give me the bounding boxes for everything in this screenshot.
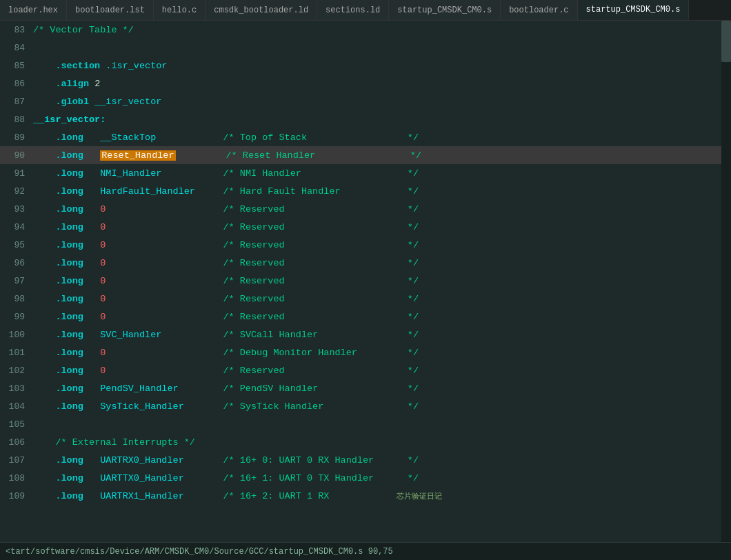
tab-sections-ld[interactable]: sections.ld: [317, 0, 389, 20]
table-row: 89 .long __StackTop /* Top of Stack */: [0, 128, 731, 146]
table-row: 100 .long SVC_Handler /* SVCall Handler …: [0, 326, 731, 343]
tab-hello-c[interactable]: hello.c: [154, 0, 206, 20]
table-row: 98 .long 0 /* Reserved */: [0, 290, 731, 308]
table-row: 91 .long NMI_Handler /* NMI Handler */: [0, 164, 731, 182]
table-row: 107 .long UARTRX0_Handler /* 16+ 0: UART…: [0, 451, 731, 469]
table-row: 84: [0, 39, 731, 57]
table-row: 96 .long 0 /* Reserved */: [0, 254, 731, 272]
table-row: 86 .align 2: [0, 74, 731, 92]
table-row: 99 .long 0 /* Reserved */: [0, 308, 731, 326]
table-row: 95 .long 0 /* Reserved */: [0, 236, 731, 254]
code-editor: 83 /* Vector Table */ 84 85 .section .is…: [0, 21, 731, 542]
table-row: 94 .long 0 /* Reserved */: [0, 218, 731, 236]
table-row: 85 .section .isr_vector: [0, 57, 731, 74]
scrollbar[interactable]: [721, 21, 731, 542]
table-row: 109 .long UARTRX1_Handler /* 16+ 2: UART…: [0, 487, 731, 505]
tab-startup-cm0-2[interactable]: startup_CMSDK_CM0.s: [578, 0, 690, 20]
tab-bootloader-lst[interactable]: bootloader.lst: [67, 0, 154, 20]
table-row: 92 .long HardFault_Handler /* Hard Fault…: [0, 182, 731, 200]
tab-cmsdk-bootloader-ld[interactable]: cmsdk_bootloader.ld: [206, 0, 317, 20]
status-bar: <tart/software/cmsis/Device/ARM/CMSDK_CM…: [0, 542, 731, 560]
table-row: 104 .long SysTick_Handler /* SysTick Han…: [0, 397, 731, 415]
table-row: 83 /* Vector Table */: [0, 21, 731, 39]
table-row: 97 .long 0 /* Reserved */: [0, 272, 731, 290]
status-text: <tart/software/cmsis/Device/ARM/CMSDK_CM…: [6, 547, 393, 557]
table-row: 106 /* External Interrupts */: [0, 433, 731, 451]
tab-bootloader-c[interactable]: bootloader.c: [501, 0, 577, 20]
table-row: 103 .long PendSV_Handler /* PendSV Handl…: [0, 379, 731, 397]
tab-loader-hex[interactable]: loader.hex: [0, 0, 67, 20]
table-row: 102 .long 0 /* Reserved */: [0, 361, 731, 379]
tab-startup-cm0-1[interactable]: startup_CMSDK_CM0.s: [389, 0, 501, 20]
table-row: 90 .long Reset_Handler /* Reset Handler …: [0, 146, 731, 164]
scrollbar-thumb[interactable]: [721, 21, 731, 62]
tab-bar: loader.hex bootloader.lst hello.c cmsdk_…: [0, 0, 731, 21]
table-row: 101 .long 0 /* Debug Monitor Handler */: [0, 343, 731, 361]
table-row: 87 .globl __isr_vector: [0, 92, 731, 110]
table-row: 108 .long UARTTX0_Handler /* 16+ 1: UART…: [0, 469, 731, 487]
table-row: 88 __isr_vector:: [0, 110, 731, 128]
table-row: 93 .long 0 /* Reserved */: [0, 200, 731, 218]
table-row: 105: [0, 415, 731, 433]
